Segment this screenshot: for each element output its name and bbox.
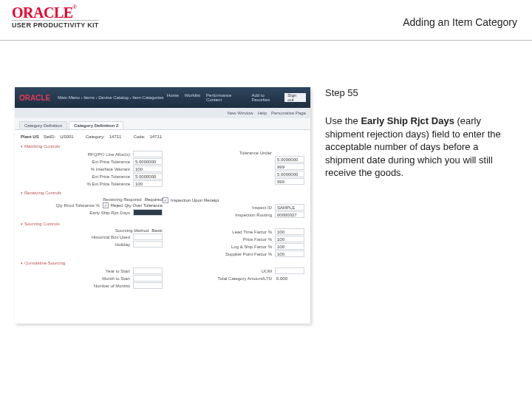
early-ship-lbl: Early Ship Rjct Days [21,211,133,215]
category-label: Category: [86,133,105,141]
logship-lbl: Log & Ship Factor % [163,245,275,249]
recv-req-lbl: Receiving Required [21,197,145,202]
inspect-receipt-lbl: Inspection Upon Receipt [171,198,219,202]
match-lbl-3: Ext Price Tolerance [21,174,133,179]
section-matching[interactable]: Matching Controls [21,144,304,149]
inspect-receipt-check[interactable]: ✓ [163,197,168,203]
suppoint-val[interactable]: 100 [275,250,304,257]
early-ship-rjct-days-field[interactable] [133,209,163,216]
tab-catdef1[interactable]: Category Definition [19,121,67,129]
cum-uom-lbl: UOM [163,269,275,273]
cum-month-lbl: Month to Start [21,276,133,281]
topnav-links: Home Worklist Performance Content Add to… [164,93,306,102]
leadtime-val[interactable]: 100 [275,228,304,235]
match-in-2[interactable]: 100 [133,166,163,172]
tab-catdef2[interactable]: Category Definition 2 [69,121,123,129]
tolunder-0[interactable]: 5.0000000 [275,156,304,163]
recv-qty-lbl: Qty Rcvd Tolerance % [21,203,103,208]
match-in-3[interactable]: 5.0000000 [133,173,163,180]
tolunder-hdr: Tolerance Under [163,151,275,155]
src-hist-lbl: Historical Box Used [21,235,133,239]
match-lbl-2: % Interface Warrant [21,167,133,171]
cum-total-lbl: Total Category Amount/LTD [163,276,275,281]
inspect-route-val[interactable]: 00000027 [275,211,304,218]
leadtime-lbl: Lead Time Factor % [163,230,275,234]
reject-qty-txt: Reject Qty Over Tolerance [111,203,163,208]
code-value: 14711 [149,133,162,141]
code-label: Code: [133,133,145,141]
form-body: Plant US SetID: US001 Category: 14711 Co… [15,130,310,293]
nav-favorites[interactable]: Add to Favorites [248,93,284,102]
app-subnav: New Window Help Personalize Page [15,108,310,118]
suppoint-lbl: Supplier Point Factor % [163,252,275,256]
nav-signout[interactable]: Sign out [284,93,306,102]
match-in-0[interactable] [133,151,163,157]
breadcrumb: Main Menu › Items › Device Catalog › Ite… [58,95,164,100]
nav-worklist[interactable]: Worklist [182,93,203,102]
cum-year-val[interactable] [133,267,163,274]
plant-label: Plant US [21,133,39,141]
match-in-4[interactable]: 100 [133,180,163,187]
subnav-help[interactable]: Help [258,111,267,115]
app-screenshot: ORACLE Main Menu › Items › Device Catalo… [15,87,310,324]
inspect-id-lbl: Inspect ID [163,205,275,210]
subnav-personalize[interactable]: Personalize Page [271,111,306,115]
subnav-newwindow[interactable]: New Window [228,111,253,115]
src-hist-val[interactable] [133,233,163,240]
match-lbl-0: RFQ/PO Line Alloc(s) [21,152,133,157]
inspect-route-lbl: Inspection Routing [163,213,275,217]
reject-qty-check[interactable]: ✓ [103,202,109,208]
section-cumulative[interactable]: Cumulative Sourcing [21,261,304,265]
tolunder-1[interactable]: 999 [275,163,304,170]
trademark-icon: ® [73,4,77,10]
price-factor-lbl: Price Factor % [163,237,275,242]
instruction-panel: Step 55 Use the Early Ship Rjct Days (ea… [325,87,519,189]
src-holiday-val[interactable] [133,241,163,248]
src-method-lbl: Sourcing Method [21,228,151,233]
cum-num-lbl: Number of Months [21,284,133,288]
cum-year-lbl: Year to Start [21,269,133,273]
page-tabs: Category Definition Category Definition … [15,118,310,130]
match-lbl-4: % Ext Price Tolerance [21,182,133,186]
setid-row: Plant US SetID: US001 Category: 14711 Co… [21,133,304,141]
main-content: ORACLE Main Menu › Items › Device Catalo… [7,81,517,392]
oracle-logo: ORACLE® USER PRODUCTIVITY KIT [12,4,99,29]
upk-subbrand: USER PRODUCTIVITY KIT [12,20,99,29]
price-factor-val[interactable]: 100 [275,236,304,242]
tolunder-2[interactable]: 5.0000000 [275,171,304,177]
tolunder-3[interactable]: 999 [275,178,304,185]
section-receiving[interactable]: Receiving Controls [21,191,304,195]
app-topbar: ORACLE Main Menu › Items › Device Catalo… [15,87,310,108]
page-header: ORACLE® USER PRODUCTIVITY KIT Adding an … [0,0,532,41]
category-value: 14711 [109,133,122,141]
match-in-1[interactable]: 5.0000000 [133,158,163,165]
instr-pre: Use the [325,115,361,126]
recv-req-select[interactable]: Required [145,197,163,202]
page-title: Adding an Item Category [403,16,517,28]
inspect-id-val[interactable]: SAMPLE [275,204,304,211]
logship-val[interactable]: 100 [275,243,304,250]
match-lbl-1: Ext Price Tolerance [21,160,133,164]
cum-month-val[interactable] [133,275,163,282]
instr-bold: Early Ship Rjct Days [361,115,454,126]
setid-value: US001 [60,133,73,141]
cum-total-val: 0.000 [275,275,304,282]
nav-home[interactable]: Home [164,93,182,102]
cum-num-val[interactable] [133,282,163,289]
src-method-select[interactable]: Basic [151,228,163,233]
step-number: Step 55 [325,87,519,98]
src-holiday-lbl: Holiday [21,242,133,247]
oracle-wordmark: ORACLE [12,4,73,21]
instruction-text: Use the Early Ship Rjct Days (early ship… [325,115,519,180]
section-sourcing[interactable]: Sourcing Controls [21,222,304,226]
app-logo: ORACLE [19,94,50,102]
setid-label: SetID: [44,133,56,141]
cum-uom-val[interactable] [275,267,304,274]
nav-performance[interactable]: Performance Content [203,93,248,102]
